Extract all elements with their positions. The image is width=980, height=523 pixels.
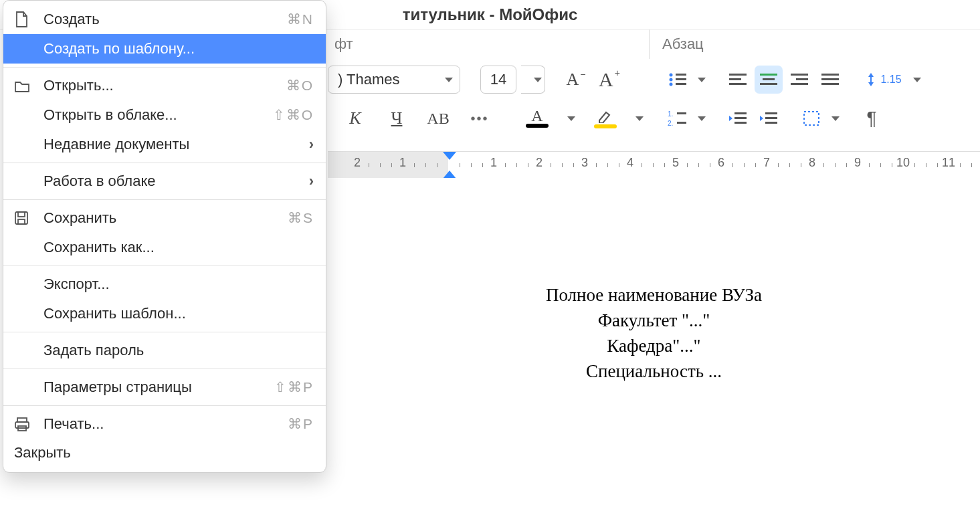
menu-item-label: Экспорт... xyxy=(43,276,314,293)
chevron-right-icon: › xyxy=(302,173,314,190)
ruler-tick-label: 9 xyxy=(854,156,861,170)
text-color-icon: A xyxy=(531,109,543,122)
document-line[interactable]: Специальность ... xyxy=(328,361,980,382)
menu-item-label: Сохранить как... xyxy=(43,239,314,256)
menu-item[interactable]: Работа в облаке› xyxy=(3,167,326,196)
menu-separator xyxy=(3,67,326,68)
svg-rect-33 xyxy=(17,418,27,422)
menu-item[interactable]: Сохранить как... xyxy=(3,233,326,262)
font-size-dropdown[interactable] xyxy=(521,66,545,94)
svg-rect-6 xyxy=(729,74,747,76)
underline-button[interactable]: Ч xyxy=(383,104,411,132)
document-line[interactable]: Полное наименование ВУЗа xyxy=(328,285,980,306)
save-icon xyxy=(14,211,43,225)
menu-item[interactable]: Недавние документы› xyxy=(3,130,326,159)
text-color-button[interactable]: A xyxy=(523,104,551,132)
folder-icon xyxy=(14,78,43,93)
borders-icon xyxy=(802,110,821,127)
menu-item-shortcut: ⌘N xyxy=(287,11,314,27)
menu-item[interactable]: Создать по шаблону... xyxy=(3,34,326,64)
align-right-button[interactable] xyxy=(785,66,813,94)
menu-item[interactable]: Сохранить⌘S xyxy=(3,203,326,233)
increase-font-button[interactable]: A + xyxy=(595,66,623,94)
align-left-button[interactable] xyxy=(724,66,752,94)
highlight-button[interactable] xyxy=(591,104,619,132)
numbered-list-dropdown[interactable] xyxy=(694,104,709,132)
document-line[interactable]: Факультет "..." xyxy=(328,310,980,331)
decrease-font-button[interactable]: A − xyxy=(561,66,589,94)
menu-item-label: Работа в облаке xyxy=(43,173,302,190)
borders-dropdown[interactable] xyxy=(828,104,843,132)
bullet-list-dropdown[interactable] xyxy=(694,66,709,94)
horizontal-ruler[interactable]: 2112345678910111213 xyxy=(328,151,980,178)
borders-button[interactable] xyxy=(797,104,825,132)
menu-item-shortcut: ⌘P xyxy=(288,416,314,432)
svg-rect-7 xyxy=(729,78,741,80)
svg-rect-23 xyxy=(734,112,747,114)
ruler-tick-label: 1 xyxy=(399,156,406,170)
chevron-down-icon xyxy=(534,78,542,82)
svg-rect-15 xyxy=(821,74,839,76)
svg-rect-17 xyxy=(821,83,839,85)
decrease-indent-icon xyxy=(728,110,748,126)
menu-item[interactable]: Печать...⌘P xyxy=(3,409,326,439)
print-icon xyxy=(14,417,43,431)
svg-point-0 xyxy=(670,74,673,77)
align-center-button[interactable] xyxy=(755,66,783,94)
menu-separator xyxy=(3,369,326,369)
section-label-paragraph: Абзац xyxy=(662,35,704,53)
menu-item[interactable]: Создать⌘N xyxy=(3,5,326,34)
menu-item[interactable]: Сохранить шаблон... xyxy=(3,299,326,328)
menu-item-label: Открыть в облаке... xyxy=(43,106,273,124)
ruler-tick-label: 8 xyxy=(809,156,815,170)
letter-a: A xyxy=(567,70,579,90)
align-center-icon xyxy=(759,72,779,88)
text-color-dropdown[interactable] xyxy=(565,104,578,132)
font-size-input[interactable]: 14 xyxy=(480,66,516,94)
underline-icon: Ч xyxy=(391,108,403,128)
menu-item[interactable]: Задать пароль xyxy=(3,336,326,365)
svg-rect-5 xyxy=(676,83,686,85)
menu-item[interactable]: Открыть в облаке...⇧⌘O xyxy=(3,100,326,130)
pilcrow-button[interactable]: ¶ xyxy=(858,104,886,132)
svg-rect-11 xyxy=(760,83,777,85)
menu-item-shortcut: ⌘O xyxy=(286,78,314,94)
numbered-list-button[interactable]: 1. 2. xyxy=(664,104,692,132)
svg-rect-3 xyxy=(676,78,686,80)
chevron-down-icon xyxy=(698,78,706,82)
svg-rect-16 xyxy=(821,78,839,80)
ruler-indent-marker[interactable] xyxy=(443,152,456,179)
increase-indent-button[interactable] xyxy=(755,104,783,132)
svg-rect-34 xyxy=(15,422,29,428)
menu-item[interactable]: Параметры страницы⇧⌘P xyxy=(3,373,326,402)
line-spacing-button[interactable]: 1.15 xyxy=(859,66,907,94)
line-spacing-dropdown[interactable] xyxy=(910,66,924,94)
svg-rect-24 xyxy=(734,117,747,119)
highlight-dropdown[interactable] xyxy=(633,104,646,132)
menu-item-label: Недавние документы xyxy=(43,136,302,153)
font-name-combo[interactable]: ) Thames xyxy=(328,66,460,94)
chevron-down-icon xyxy=(635,116,644,121)
caps-button[interactable]: АВ xyxy=(424,104,452,132)
document-line[interactable]: Кафедра"..." xyxy=(328,336,980,356)
menu-close-button[interactable]: Закрыть xyxy=(3,439,326,468)
svg-rect-29 xyxy=(804,112,819,125)
decrease-indent-button[interactable] xyxy=(724,104,752,132)
more-font-button[interactable]: ••• xyxy=(466,104,494,132)
menu-item[interactable]: Экспорт... xyxy=(3,270,326,299)
menu-item[interactable]: Открыть...⌘O xyxy=(3,71,326,100)
document-page[interactable]: Полное наименование ВУЗаФакультет "..."К… xyxy=(328,178,980,523)
numbered-list-icon: 1. 2. xyxy=(668,110,688,127)
ruler-tick-label: 6 xyxy=(718,156,724,170)
ruler-tick-label: 4 xyxy=(627,156,633,170)
svg-text:2.: 2. xyxy=(668,120,673,127)
svg-point-4 xyxy=(670,83,673,86)
align-justify-button[interactable] xyxy=(816,66,844,94)
ruler-tick-label: 1 xyxy=(490,156,497,170)
font-size-value: 14 xyxy=(490,71,506,88)
bullet-list-button[interactable] xyxy=(664,66,692,94)
bullet-list-icon xyxy=(668,71,688,88)
align-justify-icon xyxy=(820,72,840,88)
pilcrow-icon: ¶ xyxy=(866,108,876,129)
italic-button[interactable]: К xyxy=(341,104,369,132)
